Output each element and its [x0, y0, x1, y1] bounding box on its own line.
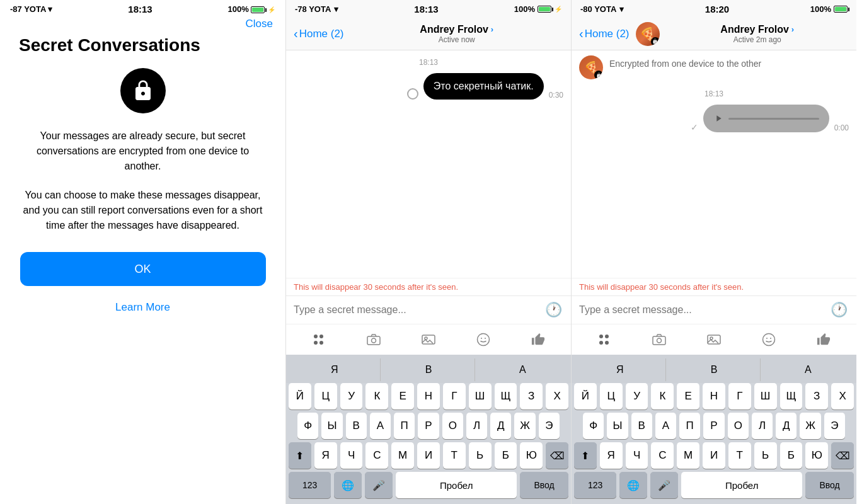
like-button-2[interactable]	[511, 328, 566, 351]
key-з-2[interactable]: З	[520, 383, 543, 410]
key-globe-3[interactable]: 🌐	[619, 472, 647, 498]
suggest-2-3[interactable]: В	[668, 358, 760, 381]
key-н-2[interactable]: Н	[417, 383, 440, 410]
key-о-3[interactable]: О	[728, 413, 749, 439]
key-backspace-3[interactable]: ⌫	[831, 442, 854, 469]
key-backspace-2[interactable]: ⌫	[546, 442, 568, 469]
key-space-3[interactable]: Пробел	[681, 472, 802, 498]
key-enter-3[interactable]: Ввод	[805, 472, 854, 498]
key-л-2[interactable]: Л	[466, 413, 487, 439]
key-ц-2[interactable]: Ц	[314, 383, 337, 410]
key-shift-2[interactable]: ⬆	[289, 442, 311, 469]
timer-button-2[interactable]: 🕐	[543, 300, 563, 320]
key-в-2[interactable]: В	[346, 413, 367, 439]
contact-avatar-3[interactable]: 🍕	[636, 22, 660, 46]
key-а-3[interactable]: А	[655, 413, 676, 439]
key-э-2[interactable]: Э	[539, 413, 560, 439]
gallery-button-2[interactable]	[401, 328, 456, 351]
key-ь-2[interactable]: Ь	[469, 442, 492, 469]
key-х-2[interactable]: Х	[546, 383, 568, 410]
message-input-2[interactable]	[294, 302, 538, 318]
back-button-2[interactable]: ‹ Home (2)	[294, 26, 344, 41]
key-з-3[interactable]: З	[805, 383, 828, 410]
key-щ-3[interactable]: Щ	[780, 383, 803, 410]
key-ч-2[interactable]: Ч	[340, 442, 363, 469]
key-п-3[interactable]: П	[679, 413, 700, 439]
key-ж-2[interactable]: Ж	[514, 413, 535, 439]
key-п-2[interactable]: П	[394, 413, 415, 439]
key-с-3[interactable]: С	[651, 442, 674, 469]
gallery-button-3[interactable]	[686, 328, 741, 351]
key-mic-2[interactable]: 🎤	[365, 472, 393, 498]
key-р-2[interactable]: Р	[418, 413, 439, 439]
key-а-2[interactable]: А	[370, 413, 391, 439]
key-р-3[interactable]: Р	[703, 413, 724, 439]
key-у-3[interactable]: У	[626, 383, 648, 410]
key-ц-3[interactable]: Ц	[600, 383, 623, 410]
key-ч-3[interactable]: Ч	[626, 442, 648, 469]
key-shift-3[interactable]: ⬆	[574, 442, 597, 469]
suggest-2-2[interactable]: В	[382, 358, 475, 381]
key-г-3[interactable]: Г	[728, 383, 751, 410]
key-м-2[interactable]: М	[391, 442, 414, 469]
key-й-2[interactable]: Й	[289, 383, 311, 410]
sticker-button-2[interactable]	[291, 328, 346, 351]
key-и-3[interactable]: И	[703, 442, 725, 469]
suggest-3-2[interactable]: А	[477, 358, 568, 381]
suggest-1-2[interactable]: Я	[289, 358, 381, 381]
key-123-2[interactable]: 123	[289, 472, 331, 498]
key-ж-3[interactable]: Ж	[800, 413, 820, 439]
timer-button-3[interactable]: 🕐	[829, 300, 849, 320]
learn-more-link[interactable]: Learn More	[115, 301, 170, 314]
key-ф-3[interactable]: Ф	[583, 413, 604, 439]
key-enter-2[interactable]: Ввод	[520, 472, 568, 498]
key-globe-2[interactable]: 🌐	[334, 472, 362, 498]
key-я-2[interactable]: Я	[314, 442, 337, 469]
key-в-3[interactable]: В	[631, 413, 652, 439]
key-с-2[interactable]: С	[365, 442, 388, 469]
key-ф-2[interactable]: Ф	[297, 413, 318, 439]
key-ш-3[interactable]: Ш	[754, 383, 777, 410]
key-й-3[interactable]: Й	[574, 383, 597, 410]
key-д-3[interactable]: Д	[776, 413, 797, 439]
key-л-3[interactable]: Л	[752, 413, 773, 439]
key-mic-3[interactable]: 🎤	[650, 472, 678, 498]
camera-button-3[interactable]	[631, 328, 686, 351]
key-о-2[interactable]: О	[442, 413, 463, 439]
key-ш-2[interactable]: Ш	[469, 383, 492, 410]
key-к-2[interactable]: К	[365, 383, 388, 410]
key-ь-3[interactable]: Ь	[754, 442, 777, 469]
key-е-2[interactable]: Е	[391, 383, 414, 410]
ok-button[interactable]: OK	[20, 252, 266, 286]
key-г-2[interactable]: Г	[443, 383, 466, 410]
camera-button-2[interactable]	[346, 328, 401, 351]
emoji-button-2[interactable]	[456, 328, 511, 351]
message-input-3[interactable]	[579, 302, 824, 318]
sticker-button-3[interactable]	[577, 328, 631, 351]
emoji-button-3[interactable]	[742, 328, 797, 351]
key-123-3[interactable]: 123	[574, 472, 616, 498]
key-щ-2[interactable]: Щ	[495, 383, 517, 410]
key-м-3[interactable]: М	[677, 442, 699, 469]
close-button[interactable]: Close	[246, 18, 273, 30]
suggest-3-3[interactable]: А	[762, 358, 854, 381]
key-н-3[interactable]: Н	[703, 383, 725, 410]
key-у-2[interactable]: У	[340, 383, 363, 410]
key-т-2[interactable]: Т	[443, 442, 466, 469]
key-б-2[interactable]: Б	[495, 442, 517, 469]
key-я-3[interactable]: Я	[600, 442, 623, 469]
key-и-2[interactable]: И	[417, 442, 440, 469]
back-button-3[interactable]: ‹ Home (2)	[579, 26, 630, 41]
key-ю-2[interactable]: Ю	[520, 442, 543, 469]
key-е-3[interactable]: Е	[677, 383, 699, 410]
key-э-3[interactable]: Э	[824, 413, 845, 439]
key-к-3[interactable]: К	[651, 383, 674, 410]
key-ы-2[interactable]: Ы	[321, 413, 342, 439]
key-space-2[interactable]: Пробел	[396, 472, 517, 498]
key-д-2[interactable]: Д	[490, 413, 511, 439]
suggest-1-3[interactable]: Я	[574, 358, 666, 381]
key-ы-3[interactable]: Ы	[607, 413, 628, 439]
key-б-3[interactable]: Б	[780, 442, 803, 469]
key-ю-3[interactable]: Ю	[805, 442, 828, 469]
key-х-3[interactable]: Х	[831, 383, 854, 410]
